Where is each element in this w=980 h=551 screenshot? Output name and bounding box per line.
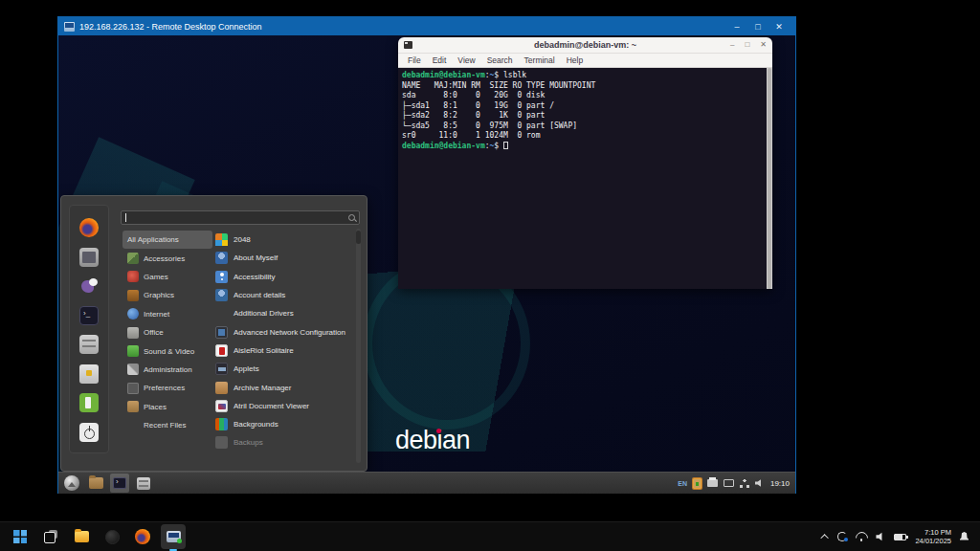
terminal-menu-edit[interactable]: Edit [427,55,453,65]
app-2048[interactable]: 2048 [212,231,356,249]
terminal-scrollbar[interactable] [767,68,772,289]
category-sound-video[interactable]: Sound & Video [122,342,212,360]
app-backups[interactable]: Backups [212,433,356,452]
terminal-menu-terminal[interactable]: Terminal [519,55,561,65]
terminal-text-segment: ├─sda1 8:1 0 19G 0 part / [402,101,554,110]
taskbar-menu-button[interactable] [62,474,81,493]
app-additional-drivers[interactable]: Additional Drivers [212,304,356,322]
keyboard-layout-indicator[interactable]: EN [678,480,687,487]
app-backgrounds[interactable]: Backgrounds [212,415,356,433]
category-preferences[interactable]: Preferences [122,379,212,397]
windows-taskbar-explorer-button[interactable] [69,524,94,549]
category-accessories[interactable]: Accessories [122,249,212,267]
minimize-button[interactable]: – [730,41,734,49]
category-label: Office [144,328,164,337]
debian-system-tray: EN 19:10 [678,478,791,489]
terminal-line: sda 8:0 0 20G 0 disk [402,91,763,101]
shutdown-icon [79,423,99,442]
application-menu: All ApplicationsAccessoriesGamesGraphics… [60,195,368,472]
menu-scrollbar[interactable] [356,229,361,463]
app-accessibility[interactable]: Accessibility [212,268,356,286]
archive-icon [215,382,228,394]
terminal-menu-help[interactable]: Help [561,55,589,65]
favorite-terminal-button[interactable] [78,305,100,327]
logout-icon [79,393,99,412]
notifications-bell-icon[interactable] [960,532,969,541]
backups-icon [215,436,228,449]
network-icon[interactable] [740,479,749,488]
chevron-icon[interactable] [821,534,829,541]
favorite-media-app-button[interactable] [78,247,100,269]
windows-clock[interactable]: 7:10 PM 24/01/2025 [915,528,951,545]
windows-taskbar-darkapp-button[interactable] [100,524,124,549]
terminal-window-controls: – □ ✕ [730,41,767,49]
category-places[interactable]: Places [122,398,212,416]
app-account-details[interactable]: Account details [212,286,356,304]
applets-icon [215,363,228,375]
about-icon [215,252,228,264]
accessories-icon [127,253,139,264]
windows-taskbar-start-button[interactable] [8,524,33,549]
close-button[interactable]: ✕ [768,22,790,32]
taskbar-software-button[interactable] [134,474,153,493]
category-games[interactable]: Games [122,268,212,286]
debian-clock[interactable]: 19:10 [770,479,790,488]
terminal-text-segment: $ [494,142,503,150]
taskbar-terminal-button[interactable] [110,474,129,493]
app-archive-manager[interactable]: Archive Manager [212,378,356,396]
favorite-screensaver-lock-button[interactable] [78,364,100,386]
maximize-button[interactable]: □ [745,41,749,49]
terminal-content[interactable]: debadmin@debian-vm:~$ lsblkNAME MAJ:MIN … [398,68,772,289]
app-advanced-network-configuration[interactable]: Advanced Network Configuration [212,322,356,341]
atril-icon [215,400,228,412]
app-label: About Myself [234,253,278,262]
app-label: Additional Drivers [234,309,294,318]
debian-logo-dot [436,429,441,433]
taskbar-files-button[interactable] [86,474,105,493]
app-applets[interactable]: Applets [212,360,356,378]
search-input[interactable] [126,211,348,224]
favorite-shutdown-button[interactable] [78,422,100,444]
menu-search-box[interactable] [121,210,360,225]
category-administration[interactable]: Administration [122,361,212,379]
category-graphics[interactable]: Graphics [122,286,212,304]
adv-network-icon [215,326,228,339]
display-icon[interactable] [724,479,734,487]
terminal-scrollbar-thumb[interactable] [768,68,771,289]
category-label: Preferences [144,384,185,392]
sync-icon[interactable] [837,532,847,541]
favorite-logout-button[interactable] [78,392,100,414]
close-button[interactable]: ✕ [760,41,767,49]
favorite-file-manager-button[interactable] [78,334,100,356]
terminal-menu-view[interactable]: View [452,55,480,65]
terminal-menu-search[interactable]: Search [481,55,519,65]
windows-taskbar-taskview-button[interactable] [38,524,63,549]
category-label: Graphics [144,291,174,299]
category-all-applications[interactable]: All Applications [122,231,212,249]
favorite-chat-app-button[interactable] [78,276,100,298]
battery-icon[interactable] [894,534,906,540]
app-about-myself[interactable]: About Myself [212,249,356,267]
administration-icon [127,364,139,375]
favorite-firefox-button[interactable] [78,217,100,239]
rdp-titlebar[interactable]: 192.168.226.132 - Remote Desktop Connect… [58,17,795,35]
menu-scrollbar-thumb[interactable] [356,231,361,244]
internet-icon [127,308,139,320]
wifi-icon[interactable] [856,532,867,541]
windows-taskbar-rdp-button[interactable] [161,524,186,549]
rdp-window-controls: – □ ✕ [726,22,790,32]
clipboard-icon[interactable] [693,478,702,489]
category-internet[interactable]: Internet [122,305,212,323]
category-office[interactable]: Office [122,323,212,342]
volume-icon[interactable] [876,532,885,541]
windows-taskbar-firefox-button[interactable] [130,524,155,549]
maximize-button[interactable]: □ [747,22,768,32]
app-aisleriot-solitaire[interactable]: AisleRiot Solitaire [212,342,356,360]
app-atril-document-viewer[interactable]: Atril Document Viewer [212,397,356,415]
minimize-button[interactable]: – [726,22,747,32]
printer-icon[interactable] [707,479,718,487]
volume-icon[interactable] [755,479,765,488]
terminal-titlebar[interactable]: debadmin@debian-vm: ~ – □ ✕ [398,37,772,54]
category-recent-files[interactable]: Recent Files [122,416,212,434]
terminal-menu-file[interactable]: File [402,55,427,65]
